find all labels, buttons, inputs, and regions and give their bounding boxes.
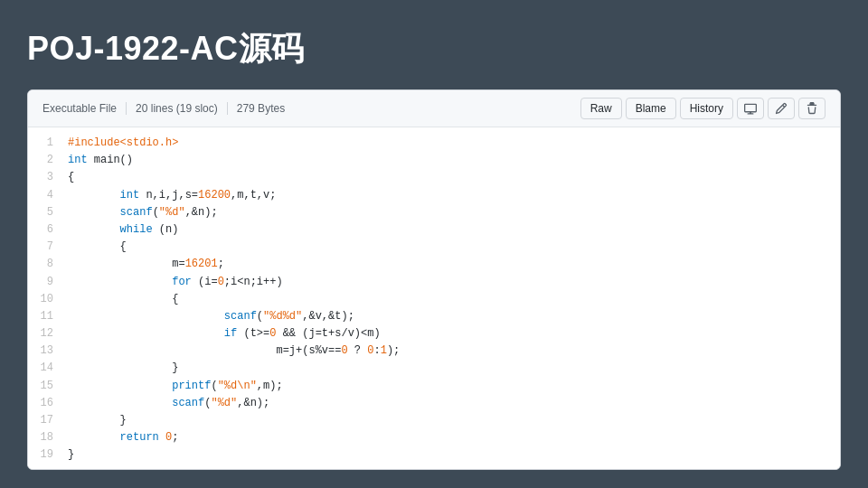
line-number: 13: [28, 343, 64, 360]
table-row: 4 int n,i,j,s=16200,m,t,v;: [28, 187, 840, 204]
line-number: 12: [28, 325, 64, 343]
table-row: 13 m=j+(s%v==0 ? 0:1);: [28, 343, 840, 360]
line-number: 5: [28, 204, 64, 221]
edit-icon-button[interactable]: [768, 98, 795, 119]
table-row: 16 scanf("%d",&n);: [28, 395, 840, 412]
line-number: 18: [28, 429, 64, 446]
line-number: 6: [28, 221, 64, 239]
line-number: 8: [28, 256, 64, 273]
table-row: 5 scanf("%d",&n);: [28, 204, 840, 221]
raw-button[interactable]: Raw: [580, 98, 622, 119]
line-code: scanf("%d",&n);: [64, 204, 840, 221]
table-row: 7 {: [28, 239, 840, 256]
table-row: 15 printf("%d\n",m);: [28, 378, 840, 395]
line-number: 19: [28, 446, 64, 464]
table-row: 1 #include<stdio.h>: [28, 135, 840, 152]
line-number: 7: [28, 239, 64, 256]
line-number: 15: [28, 378, 64, 395]
line-code: int main(): [64, 152, 840, 169]
line-code: int n,i,j,s=16200,m,t,v;: [64, 187, 840, 204]
line-code: {: [64, 291, 840, 308]
line-number: 16: [28, 395, 64, 412]
line-code: scanf("%d",&n);: [64, 395, 840, 412]
line-code: if (t>=0 && (j=t+s/v)<m): [64, 325, 840, 343]
line-code: {: [64, 169, 840, 186]
line-code: for (i=0;i<n;i++): [64, 274, 840, 291]
line-code: return 0;: [64, 429, 840, 446]
line-code: }: [64, 446, 840, 464]
line-code: m=16201;: [64, 256, 840, 273]
line-number: 3: [28, 169, 64, 186]
line-number: 2: [28, 152, 64, 169]
line-code: {: [64, 239, 840, 256]
table-row: 2 int main(): [28, 152, 840, 169]
table-row: 12 if (t>=0 && (j=t+s/v)<m): [28, 325, 840, 343]
history-button[interactable]: History: [680, 98, 733, 119]
page-title: POJ-1922-AC源码: [27, 27, 841, 71]
line-code: while (n): [64, 221, 840, 239]
line-number: 17: [28, 412, 64, 429]
table-row: 10 {: [28, 291, 840, 308]
table-row: 9 for (i=0;i<n;i++): [28, 274, 840, 291]
line-number: 14: [28, 360, 64, 377]
line-code: }: [64, 412, 840, 429]
line-code: scanf("%d%d",&v,&t);: [64, 308, 840, 325]
file-type: Executable File: [42, 102, 127, 115]
table-row: 18 return 0;: [28, 429, 840, 446]
table-row: 11 scanf("%d%d",&v,&t);: [28, 308, 840, 325]
file-size: 279 Bytes: [228, 102, 294, 115]
line-code: #include<stdio.h>: [64, 135, 840, 152]
line-number: 11: [28, 308, 64, 325]
line-number: 4: [28, 187, 64, 204]
file-actions: Raw Blame History: [580, 98, 826, 119]
line-code: printf("%d\n",m);: [64, 378, 840, 395]
code-table: 1 #include<stdio.h> 2 int main() 3 { 4 i…: [28, 135, 840, 465]
line-number: 9: [28, 274, 64, 291]
delete-icon-button[interactable]: [798, 98, 826, 119]
file-meta: Executable File 20 lines (19 sloc) 279 B…: [42, 102, 570, 115]
table-row: 19 }: [28, 446, 840, 464]
line-code: m=j+(s%v==0 ? 0:1);: [64, 343, 840, 360]
table-row: 14 }: [28, 360, 840, 377]
table-row: 8 m=16201;: [28, 256, 840, 273]
line-number: 1: [28, 135, 64, 152]
line-number: 10: [28, 291, 64, 308]
table-row: 6 while (n): [28, 221, 840, 239]
desktop-icon-button[interactable]: [737, 98, 764, 119]
file-lines: 20 lines (19 sloc): [127, 102, 228, 115]
code-area: 1 #include<stdio.h> 2 int main() 3 { 4 i…: [28, 127, 840, 469]
file-header: Executable File 20 lines (19 sloc) 279 B…: [28, 90, 840, 127]
table-row: 3 {: [28, 169, 840, 186]
line-code: }: [64, 360, 840, 377]
blame-button[interactable]: Blame: [626, 98, 676, 119]
file-container: Executable File 20 lines (19 sloc) 279 B…: [27, 89, 841, 470]
table-row: 17 }: [28, 412, 840, 429]
